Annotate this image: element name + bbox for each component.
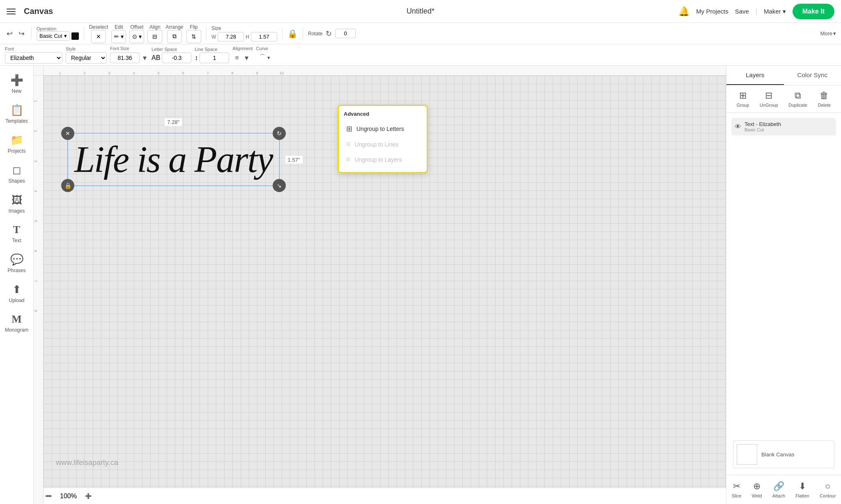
text-icon: T xyxy=(13,224,20,236)
sidebar-item-new[interactable]: ➕ New xyxy=(1,71,32,97)
tab-layers[interactable]: Layers xyxy=(726,66,784,85)
delete-action[interactable]: 🗑 Delete xyxy=(818,90,831,108)
right-actions: ⊞ Group ⊟ UnGroup ⧉ Duplicate 🗑 Delete xyxy=(726,85,841,113)
hamburger-menu[interactable] xyxy=(7,9,16,14)
handle-lock[interactable]: 🔒 xyxy=(61,179,74,192)
flip-label: Flip xyxy=(190,24,198,30)
edit-button[interactable]: ✏ ▾ xyxy=(111,30,126,43)
rotate-icon-button[interactable]: ↻ xyxy=(324,27,333,40)
ungroup-lines-label: Ungroup to Lines xyxy=(355,141,399,148)
canvas-text[interactable]: Life is a Party xyxy=(71,137,276,182)
undo-button[interactable]: ↩ xyxy=(5,27,14,40)
toolbar2: ↩ ↪ Operation Basic Cut ▾ Deselect ✕ Edi… xyxy=(0,23,841,44)
letter-space-input[interactable] xyxy=(162,53,191,63)
toolbar3: Font Elizabeth Style Regular Font Size ▾… xyxy=(0,44,841,66)
height-input[interactable] xyxy=(251,32,277,41)
more-button[interactable]: More ▾ xyxy=(820,30,836,37)
sidebar-item-templates[interactable]: 📋 Templates xyxy=(1,101,32,127)
blank-canvas-preview: Blank Canvas xyxy=(733,440,834,468)
lock-aspect-icon: 🔒 xyxy=(287,29,298,39)
sidebar-item-monogram[interactable]: M Monogram xyxy=(1,310,32,336)
tab-color-sync[interactable]: Color Sync xyxy=(784,66,841,85)
sidebar-item-images[interactable]: 🖼 Images xyxy=(1,190,32,217)
contour-tool[interactable]: ○ Contour xyxy=(815,479,841,501)
operation-select[interactable]: Basic Cut ▾ xyxy=(37,31,70,41)
app-logo: Canvas xyxy=(24,7,53,16)
color-swatch[interactable] xyxy=(71,32,79,40)
line-space-input[interactable] xyxy=(200,53,229,63)
ungroup-lines-icon: ≡ xyxy=(346,140,351,149)
handle-rotate[interactable]: ↻ xyxy=(273,127,286,140)
line-space-label: Line Space xyxy=(195,47,229,52)
sidebar-item-shapes[interactable]: ◻ Shapes xyxy=(1,160,32,187)
separator xyxy=(84,27,84,40)
attach-tool[interactable]: 🔗 Attach xyxy=(767,479,790,501)
arrange-button[interactable]: ⧉ xyxy=(167,30,182,43)
font-select[interactable]: Elizabeth xyxy=(5,52,62,64)
layer-visibility-icon[interactable]: 👁 xyxy=(735,123,741,131)
notifications-icon[interactable]: 🔔 xyxy=(678,6,689,17)
doc-title[interactable]: Untitled* xyxy=(407,7,434,16)
my-projects-link[interactable]: My Projects xyxy=(696,8,728,15)
align-dropdown[interactable]: ▾ xyxy=(243,52,250,64)
separator xyxy=(206,27,207,40)
ungroup-letters-label: Ungroup to Letters xyxy=(356,126,404,132)
flatten-tool[interactable]: ⬇ Flatten xyxy=(790,479,814,501)
flatten-icon: ⬇ xyxy=(799,481,806,492)
group-action[interactable]: ⊞ Group xyxy=(737,90,749,108)
align-left-button[interactable]: ≡ xyxy=(232,53,241,63)
templates-icon: 📋 xyxy=(10,104,23,117)
layer-item[interactable]: 👁 Text - Elizabeth Basic Cut xyxy=(731,118,836,135)
bottom-tools: ✂ Slice ⊕ Weld 🔗 Attach ⬇ Flatten ○ Cont… xyxy=(726,475,841,504)
style-select[interactable]: Regular xyxy=(66,52,107,64)
operation-group: Operation Basic Cut ▾ xyxy=(37,26,79,41)
flip-button[interactable]: ⇅ xyxy=(186,30,201,43)
nav-right: 🔔 My Projects Save | Maker ▾ Make It xyxy=(678,4,834,19)
dimension-top: 7.28" xyxy=(165,118,182,126)
curve-button[interactable]: ⌒ ▾ xyxy=(256,52,273,64)
width-label: W xyxy=(211,34,216,40)
ungroup-action[interactable]: ⊟ UnGroup xyxy=(760,90,778,108)
nav-divider: | xyxy=(756,8,757,15)
maker-dropdown[interactable]: Maker ▾ xyxy=(764,8,786,15)
handle-delete[interactable]: ✕ xyxy=(61,127,74,140)
make-it-button[interactable]: Make It xyxy=(793,4,834,19)
ungroup-layers-icon: ≡ xyxy=(346,155,351,164)
sidebar-item-phrases[interactable]: 💬 Phrases xyxy=(1,250,32,277)
ruler-top: 1 2 3 4 5 6 7 8 9 10 xyxy=(44,66,726,76)
sidebar-item-projects[interactable]: 📁 Projects xyxy=(1,131,32,157)
phrases-icon: 💬 xyxy=(10,253,23,266)
left-sidebar: ➕ New 📋 Templates 📁 Projects ◻ Shapes 🖼 … xyxy=(0,66,34,504)
zoom-in-button[interactable]: ➕ xyxy=(80,490,97,502)
operation-label: Operation xyxy=(37,26,79,31)
duplicate-action[interactable]: ⧉ Duplicate xyxy=(788,90,807,108)
size-group: Size W H xyxy=(211,25,277,41)
dimension-right: 1.57" xyxy=(285,156,303,163)
bottom-bar: ➖ 100% ➕ xyxy=(34,488,726,504)
projects-icon: 📁 xyxy=(10,134,23,147)
edit-label: Edit xyxy=(115,24,123,30)
chevron-down-icon: ▾ xyxy=(783,8,786,15)
font-size-group: Font Size ▾ xyxy=(110,46,148,64)
ungroup-letters-item[interactable]: ⊞ Ungroup to Letters xyxy=(344,121,422,137)
redo-button[interactable]: ↪ xyxy=(17,27,26,40)
layers-list: 👁 Text - Elizabeth Basic Cut xyxy=(726,113,841,434)
font-size-input[interactable] xyxy=(110,53,140,63)
sidebar-item-text[interactable]: T Text xyxy=(1,220,32,247)
offset-button[interactable]: ⊙ ▾ xyxy=(129,30,144,43)
font-size-stepper[interactable]: ▾ xyxy=(141,52,148,64)
rotate-input[interactable] xyxy=(335,29,356,38)
layer-info: Text - Elizabeth Basic Cut xyxy=(744,121,833,132)
width-input[interactable] xyxy=(218,32,244,41)
weld-tool[interactable]: ⊕ Weld xyxy=(747,479,767,501)
right-panel: Layers Color Sync ⊞ Group ⊟ UnGroup ⧉ Du… xyxy=(726,66,841,504)
canvas-text-element[interactable]: 7.28" ✕ ↻ 🔒 ↘ Life is a Party 1.57" xyxy=(67,133,280,186)
deselect-button[interactable]: ✕ xyxy=(91,30,106,43)
sidebar-item-upload[interactable]: ⬆ Upload xyxy=(1,280,32,307)
align-button[interactable]: ⊟ xyxy=(147,30,162,43)
slice-tool[interactable]: ✂ Slice xyxy=(727,479,747,501)
save-button[interactable]: Save xyxy=(735,8,749,15)
handle-resize[interactable]: ↘ xyxy=(273,179,286,192)
more-button-container: More ▾ xyxy=(820,30,836,37)
slice-icon: ✂ xyxy=(733,481,740,492)
